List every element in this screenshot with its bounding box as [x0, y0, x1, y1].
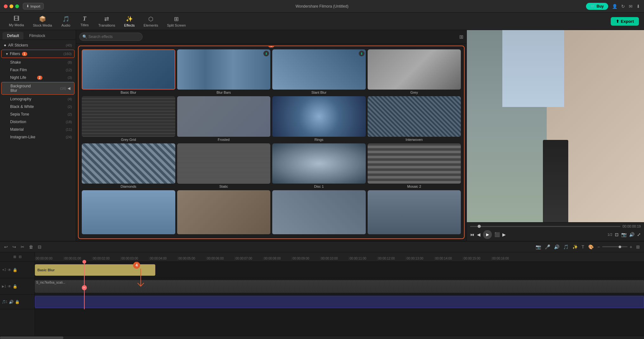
play-button[interactable]: ▶ — [483, 230, 492, 239]
scrollbar-thumb[interactable] — [0, 336, 63, 339]
effect-interwoven[interactable]: Interwoven — [368, 96, 461, 141]
effect-blur-bars[interactable]: ⬇ Blur Bars — [177, 49, 271, 94]
ruler-mark-1: 00:00:01:00 — [63, 257, 92, 260]
mic-icon[interactable]: 🎤 — [544, 243, 551, 250]
close-button[interactable] — [4, 4, 8, 8]
panel-item-ar-stickers[interactable]: ● AR Stickers (40) — [0, 41, 76, 49]
speaker-icon[interactable]: 🔊 — [553, 243, 560, 250]
refresh-icon[interactable]: ↻ — [621, 4, 625, 9]
search-input[interactable] — [79, 33, 143, 41]
toolbar-elements[interactable]: ⬡ Elements — [140, 14, 162, 29]
playback-bar[interactable] — [470, 226, 621, 227]
toolbar-effects[interactable]: ✨ Effects — [120, 14, 138, 29]
effect-row4d[interactable] — [368, 190, 461, 235]
redo-icon[interactable]: ↪ — [11, 243, 17, 250]
fullscreen-button[interactable] — [15, 4, 19, 8]
import-icon: ⬇ — [26, 4, 29, 8]
toolbar-my-media[interactable]: 🎞 My Media — [5, 14, 28, 29]
user-icon[interactable]: 👤 — [612, 4, 617, 9]
fit-tracks-icon[interactable]: ⊟ — [19, 255, 22, 259]
effect-disc1[interactable]: Disc 1 — [272, 143, 366, 188]
next-frame-icon[interactable]: ▶ — [502, 232, 506, 237]
mute-icon[interactable]: 🔊 — [9, 300, 14, 304]
effect-rings[interactable]: Rings — [272, 96, 366, 141]
lock-icon-video[interactable]: 🔒 — [13, 284, 17, 289]
settings-icon[interactable]: ⬇ — [636, 4, 640, 9]
background-blur-count: (16) — [60, 86, 66, 90]
arrow-left-icon: ◀ — [68, 86, 70, 91]
cut-icon[interactable]: ✂ — [20, 243, 25, 250]
add-track-icon[interactable]: ⊞ — [13, 255, 16, 259]
video-clip[interactable]: S_mc7ke8xa_scali... — [35, 280, 644, 293]
lock-icon-audio[interactable]: 🔒 — [15, 300, 20, 304]
ripple-icon[interactable]: ⊟ — [37, 243, 42, 250]
effect-slant-blur[interactable]: ⬇ Slant Blur — [272, 49, 366, 94]
effects-small-icon[interactable]: ✨ — [571, 243, 579, 250]
undo-icon[interactable]: ↩ — [3, 243, 9, 250]
split-screen-icon: ⊞ — [174, 16, 179, 22]
audio-track-row — [35, 295, 644, 309]
effect-grey[interactable]: Grey — [368, 49, 461, 94]
panel-item-background-blur[interactable]: Background Blur (16) ◀ — [1, 82, 74, 95]
buy-button[interactable]: 🛒 Buy — [586, 3, 608, 10]
minimize-button[interactable] — [10, 4, 13, 8]
row4a-thumb — [82, 190, 175, 234]
toolbar-split-screen[interactable]: ⊞ Split Screen — [163, 14, 190, 29]
skip-back-icon[interactable]: ⏮ — [470, 232, 474, 237]
toolbar-audio[interactable]: 🎵 Audio — [57, 14, 74, 29]
audio-clip[interactable] — [35, 296, 644, 308]
toolbar-titles[interactable]: T Titles — [76, 14, 93, 29]
effect-diamonds[interactable]: Diamonds — [82, 143, 175, 188]
effect-row4b[interactable] — [177, 190, 271, 235]
grey-label: Grey — [410, 91, 418, 94]
music-icon[interactable]: 🎵 — [562, 243, 570, 250]
panel-item-distortion[interactable]: Distortion (18) — [0, 118, 76, 126]
panel-item-black-white[interactable]: Black & White (2) — [0, 103, 76, 110]
lock-icon-filter[interactable]: 🔒 — [13, 268, 17, 272]
effect-static[interactable]: Static — [177, 143, 271, 188]
color-icon[interactable]: 🎨 — [587, 243, 595, 250]
static-label: Static — [219, 185, 228, 188]
track-area: 00:00:00:00 00:00:01:00 00:00:02:00 00:0… — [35, 252, 644, 336]
tab-filmstock[interactable]: Filmstock — [25, 32, 50, 40]
tab-default[interactable]: Default — [3, 32, 23, 40]
titles-small-icon[interactable]: T — [581, 243, 585, 250]
playhead[interactable]: ✂ — [84, 262, 85, 309]
panel-item-material[interactable]: Material (11) — [0, 126, 76, 133]
delete-icon[interactable]: 🗑 — [28, 243, 34, 250]
panel-item-instagram-like[interactable]: Instagram-Like (24) — [0, 133, 76, 141]
eye-icon-filter[interactable]: 👁 — [8, 268, 11, 272]
import-button[interactable]: ⬇ Import — [23, 3, 44, 9]
toolbar-transitions[interactable]: ⇄ Transitions — [94, 14, 119, 29]
toolbar-stock-media[interactable]: 📦 Stock Media — [29, 14, 56, 29]
horizontal-scrollbar[interactable] — [0, 336, 644, 339]
panel-item-lomography[interactable]: Lomography (4) — [0, 95, 76, 103]
prev-frame-icon[interactable]: ◀ — [477, 232, 480, 237]
zoom-out-icon[interactable]: − — [596, 243, 601, 250]
zoom-in-icon[interactable]: + — [629, 243, 633, 250]
effect-grey-grid[interactable]: Grey Grid — [82, 96, 175, 141]
video-clip-label: S_mc7ke8xa_scali... — [36, 281, 65, 284]
filter-block[interactable]: Basic Blur — [35, 264, 155, 276]
stop-icon[interactable]: ⬛ — [494, 232, 500, 237]
camera-icon[interactable]: 📷 — [535, 243, 542, 250]
snapshot-icon[interactable]: 📷 — [621, 232, 627, 237]
grid-toggle-icon[interactable]: ⊞ — [459, 34, 463, 40]
panel-item-faux-film[interactable]: Faux Film (12) — [0, 66, 76, 74]
fullscreen-preview-icon[interactable]: ⤢ — [637, 232, 641, 237]
effect-frosted[interactable]: Frosted — [177, 96, 271, 141]
effect-row4c[interactable] — [272, 190, 366, 235]
panel-item-sepia-tone[interactable]: Sepia Tone (2) — [0, 110, 76, 118]
eye-icon-video[interactable]: 👁 — [8, 284, 11, 289]
fit-icon[interactable]: ⊡ — [615, 232, 619, 237]
effect-mosaic2[interactable]: Mosaic 2 — [368, 143, 461, 188]
mail-icon[interactable]: ✉ — [629, 4, 633, 9]
volume-icon[interactable]: 🔊 — [629, 232, 634, 237]
panel-item-shake[interactable]: Shake (8) — [0, 59, 76, 66]
effect-row4a[interactable] — [82, 190, 175, 235]
grid-icon[interactable]: ⊞ — [635, 243, 641, 250]
effect-basic-blur[interactable]: Basic Blur — [82, 49, 175, 94]
export-button[interactable]: ⬆ Export — [611, 17, 639, 26]
panel-item-night-life[interactable]: Night Life 2 (3) — [0, 74, 76, 81]
filters-group-header[interactable]: ▼ Filters 1 (160) — [1, 50, 74, 58]
